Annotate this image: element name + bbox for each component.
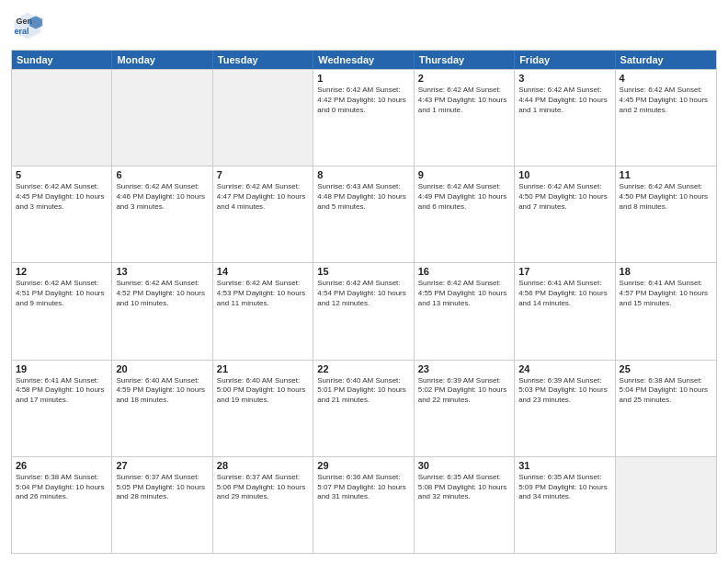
cell-text: Sunrise: 6:42 AM Sunset: 4:55 PM Dayligh… <box>418 279 510 308</box>
day-number: 19 <box>16 363 108 374</box>
day-header-tuesday: Tuesday <box>213 51 313 69</box>
calendar-row-4: 19Sunrise: 6:41 AM Sunset: 4:58 PM Dayli… <box>12 360 716 456</box>
calendar-cell-4-3: 21Sunrise: 6:40 AM Sunset: 5:00 PM Dayli… <box>213 361 313 456</box>
cell-text: Sunrise: 6:37 AM Sunset: 5:06 PM Dayligh… <box>217 473 309 502</box>
calendar-cell-4-1: 19Sunrise: 6:41 AM Sunset: 4:58 PM Dayli… <box>12 361 112 456</box>
calendar-cell-5-2: 27Sunrise: 6:37 AM Sunset: 5:05 PM Dayli… <box>112 457 212 553</box>
calendar-body: 1Sunrise: 6:42 AM Sunset: 4:42 PM Daylig… <box>12 69 716 553</box>
day-number: 11 <box>620 169 712 180</box>
cell-text: Sunrise: 6:43 AM Sunset: 4:48 PM Dayligh… <box>317 182 409 212</box>
calendar-cell-2-2: 6Sunrise: 6:42 AM Sunset: 4:46 PM Daylig… <box>112 167 212 262</box>
day-number: 31 <box>518 460 610 471</box>
calendar-cell-3-2: 13Sunrise: 6:42 AM Sunset: 4:52 PM Dayli… <box>112 263 212 359</box>
day-number: 21 <box>217 363 309 374</box>
calendar-cell-1-5: 2Sunrise: 6:42 AM Sunset: 4:43 PM Daylig… <box>415 70 515 166</box>
day-number: 12 <box>16 266 108 277</box>
calendar-cell-4-5: 23Sunrise: 6:39 AM Sunset: 5:02 PM Dayli… <box>415 361 515 456</box>
calendar-cell-3-1: 12Sunrise: 6:42 AM Sunset: 4:51 PM Dayli… <box>12 263 112 359</box>
cell-text: Sunrise: 6:41 AM Sunset: 4:56 PM Dayligh… <box>518 279 610 308</box>
cell-text: Sunrise: 6:42 AM Sunset: 4:51 PM Dayligh… <box>16 279 108 308</box>
day-number: 20 <box>116 363 208 374</box>
calendar-cell-1-2 <box>112 70 212 166</box>
cell-text: Sunrise: 6:42 AM Sunset: 4:45 PM Dayligh… <box>16 182 108 212</box>
cell-text: Sunrise: 6:42 AM Sunset: 4:50 PM Dayligh… <box>518 182 610 212</box>
day-number: 2 <box>418 73 510 84</box>
cell-text: Sunrise: 6:41 AM Sunset: 4:57 PM Dayligh… <box>620 279 712 308</box>
day-number: 23 <box>418 363 510 374</box>
cell-text: Sunrise: 6:42 AM Sunset: 4:52 PM Dayligh… <box>116 279 208 308</box>
cell-text: Sunrise: 6:39 AM Sunset: 5:03 PM Dayligh… <box>518 376 610 406</box>
day-number: 29 <box>317 460 409 471</box>
calendar-cell-5-3: 28Sunrise: 6:37 AM Sunset: 5:06 PM Dayli… <box>213 457 313 553</box>
page: Gen eral SundayMondayTuesdayWednesdayThu… <box>0 0 728 563</box>
day-number: 7 <box>217 169 309 180</box>
day-number: 8 <box>317 169 409 180</box>
day-number: 4 <box>620 73 712 84</box>
cell-text: Sunrise: 6:42 AM Sunset: 4:45 PM Dayligh… <box>620 86 712 115</box>
day-number: 1 <box>317 73 409 84</box>
calendar-cell-5-7 <box>616 457 716 553</box>
calendar-cell-5-1: 26Sunrise: 6:38 AM Sunset: 5:04 PM Dayli… <box>12 457 112 553</box>
calendar-cell-4-7: 25Sunrise: 6:38 AM Sunset: 5:04 PM Dayli… <box>616 361 716 456</box>
cell-text: Sunrise: 6:39 AM Sunset: 5:02 PM Dayligh… <box>418 376 510 406</box>
cell-text: Sunrise: 6:42 AM Sunset: 4:47 PM Dayligh… <box>217 182 309 212</box>
calendar-cell-5-6: 31Sunrise: 6:35 AM Sunset: 5:09 PM Dayli… <box>515 457 615 553</box>
day-header-wednesday: Wednesday <box>313 51 414 69</box>
day-number: 28 <box>217 460 309 471</box>
day-number: 24 <box>518 363 610 374</box>
day-number: 18 <box>620 266 712 277</box>
calendar-cell-1-4: 1Sunrise: 6:42 AM Sunset: 4:42 PM Daylig… <box>313 70 414 166</box>
calendar-cell-4-4: 22Sunrise: 6:40 AM Sunset: 5:01 PM Dayli… <box>313 361 414 456</box>
day-number: 5 <box>16 169 108 180</box>
cell-text: Sunrise: 6:35 AM Sunset: 5:08 PM Dayligh… <box>418 473 510 502</box>
day-number: 17 <box>518 266 610 277</box>
calendar-cell-2-1: 5Sunrise: 6:42 AM Sunset: 4:45 PM Daylig… <box>12 167 112 262</box>
calendar-row-2: 5Sunrise: 6:42 AM Sunset: 4:45 PM Daylig… <box>12 166 716 262</box>
cell-text: Sunrise: 6:37 AM Sunset: 5:05 PM Dayligh… <box>116 473 208 502</box>
day-number: 22 <box>317 363 409 374</box>
day-number: 9 <box>418 169 510 180</box>
cell-text: Sunrise: 6:42 AM Sunset: 4:49 PM Dayligh… <box>418 182 510 212</box>
day-number: 15 <box>317 266 409 277</box>
calendar-cell-3-7: 18Sunrise: 6:41 AM Sunset: 4:57 PM Dayli… <box>616 263 716 359</box>
day-number: 26 <box>16 460 108 471</box>
calendar-cell-2-6: 10Sunrise: 6:42 AM Sunset: 4:50 PM Dayli… <box>515 167 615 262</box>
calendar-cell-1-3 <box>213 70 313 166</box>
day-header-monday: Monday <box>112 51 212 69</box>
calendar-cell-2-7: 11Sunrise: 6:42 AM Sunset: 4:50 PM Dayli… <box>616 167 716 262</box>
calendar-row-3: 12Sunrise: 6:42 AM Sunset: 4:51 PM Dayli… <box>12 262 716 359</box>
calendar-cell-1-6: 3Sunrise: 6:42 AM Sunset: 4:44 PM Daylig… <box>515 70 615 166</box>
cell-text: Sunrise: 6:40 AM Sunset: 5:00 PM Dayligh… <box>217 376 309 406</box>
cell-text: Sunrise: 6:42 AM Sunset: 4:54 PM Dayligh… <box>317 279 409 308</box>
cell-text: Sunrise: 6:36 AM Sunset: 5:07 PM Dayligh… <box>317 473 409 502</box>
svg-text:eral: eral <box>15 27 29 36</box>
day-number: 16 <box>418 266 510 277</box>
calendar-row-1: 1Sunrise: 6:42 AM Sunset: 4:42 PM Daylig… <box>12 69 716 166</box>
logo-icon: Gen eral <box>11 9 44 42</box>
calendar: SundayMondayTuesdayWednesdayThursdayFrid… <box>11 50 717 554</box>
day-number: 25 <box>620 363 712 374</box>
cell-text: Sunrise: 6:41 AM Sunset: 4:58 PM Dayligh… <box>16 376 108 406</box>
cell-text: Sunrise: 6:42 AM Sunset: 4:42 PM Dayligh… <box>317 86 409 115</box>
calendar-cell-1-1 <box>12 70 112 166</box>
cell-text: Sunrise: 6:42 AM Sunset: 4:46 PM Dayligh… <box>116 182 208 212</box>
calendar-cell-5-4: 29Sunrise: 6:36 AM Sunset: 5:07 PM Dayli… <box>313 457 414 553</box>
calendar-cell-5-5: 30Sunrise: 6:35 AM Sunset: 5:08 PM Dayli… <box>415 457 515 553</box>
cell-text: Sunrise: 6:38 AM Sunset: 5:04 PM Dayligh… <box>620 376 712 406</box>
day-number: 14 <box>217 266 309 277</box>
day-number: 27 <box>116 460 208 471</box>
calendar-cell-2-3: 7Sunrise: 6:42 AM Sunset: 4:47 PM Daylig… <box>213 167 313 262</box>
day-header-saturday: Saturday <box>616 51 716 69</box>
cell-text: Sunrise: 6:42 AM Sunset: 4:44 PM Dayligh… <box>518 86 610 115</box>
calendar-cell-3-3: 14Sunrise: 6:42 AM Sunset: 4:53 PM Dayli… <box>213 263 313 359</box>
calendar-header: SundayMondayTuesdayWednesdayThursdayFrid… <box>12 51 716 69</box>
cell-text: Sunrise: 6:40 AM Sunset: 4:59 PM Dayligh… <box>116 376 208 406</box>
day-header-sunday: Sunday <box>12 51 112 69</box>
calendar-cell-3-6: 17Sunrise: 6:41 AM Sunset: 4:56 PM Dayli… <box>515 263 615 359</box>
cell-text: Sunrise: 6:35 AM Sunset: 5:09 PM Dayligh… <box>518 473 610 502</box>
day-number: 10 <box>518 169 610 180</box>
calendar-cell-4-6: 24Sunrise: 6:39 AM Sunset: 5:03 PM Dayli… <box>515 361 615 456</box>
cell-text: Sunrise: 6:42 AM Sunset: 4:50 PM Dayligh… <box>620 182 712 212</box>
cell-text: Sunrise: 6:42 AM Sunset: 4:53 PM Dayligh… <box>217 279 309 308</box>
calendar-cell-2-4: 8Sunrise: 6:43 AM Sunset: 4:48 PM Daylig… <box>313 167 414 262</box>
